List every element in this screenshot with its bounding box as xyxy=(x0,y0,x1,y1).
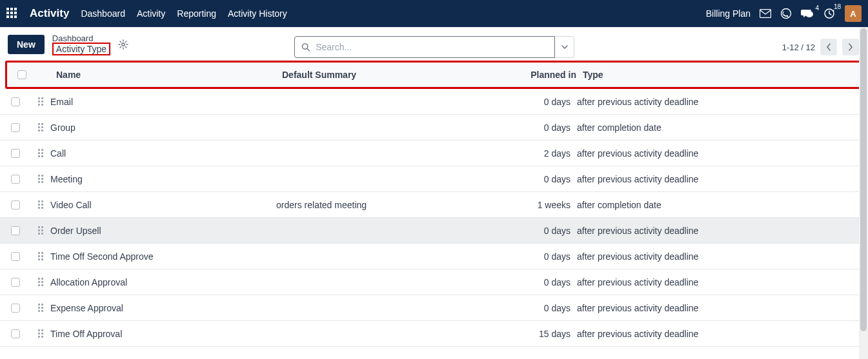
table-row[interactable]: Group 0 days after completion date xyxy=(0,115,868,141)
table-row[interactable]: Meeting 0 days after previous activity d… xyxy=(0,166,868,192)
drag-dots-icon xyxy=(38,304,43,312)
drag-handle[interactable] xyxy=(31,149,50,157)
table-row[interactable]: Order Upsell 0 days after previous activ… xyxy=(0,218,868,244)
apps-grid-icon[interactable] xyxy=(6,8,18,19)
drag-dots-icon xyxy=(38,200,43,209)
cell-type: after previous activity deadline xyxy=(577,277,863,287)
search-box[interactable] xyxy=(294,36,555,58)
billing-plan-link[interactable]: Billing Plan xyxy=(706,8,751,19)
breadcrumb-parent[interactable]: Dashboard xyxy=(52,34,110,43)
drag-dots-icon xyxy=(38,175,43,183)
table-row[interactable]: Call 2 days after previous activity dead… xyxy=(0,141,868,166)
cell-planned: 0 days xyxy=(476,303,577,313)
row-checkbox[interactable] xyxy=(11,97,20,106)
nav-link-activity-history[interactable]: Activity History xyxy=(228,8,287,19)
chat-icon[interactable]: 4 xyxy=(801,8,814,19)
nav-link-dashboard[interactable]: Dashboard xyxy=(81,8,125,19)
row-checkbox[interactable] xyxy=(11,329,20,338)
drag-dots-icon xyxy=(38,226,43,235)
pager-prev-button[interactable] xyxy=(820,39,837,55)
column-header-name[interactable]: Name xyxy=(56,70,282,80)
search-wrap xyxy=(294,36,574,58)
cell-planned: 1 weeks xyxy=(476,200,577,210)
mail-icon[interactable] xyxy=(760,9,771,18)
drag-handle[interactable] xyxy=(31,304,50,312)
cell-type: after previous activity deadline xyxy=(577,251,863,262)
gear-icon[interactable] xyxy=(118,39,128,50)
brand-title[interactable]: Activity xyxy=(30,7,69,20)
cell-planned: 0 days xyxy=(476,251,577,262)
pager-next-button[interactable] xyxy=(842,39,859,55)
search-dropdown-toggle[interactable] xyxy=(555,36,574,58)
cell-name: Meeting xyxy=(50,174,276,184)
drag-handle[interactable] xyxy=(31,329,50,338)
search-icon xyxy=(301,43,310,52)
row-checkbox-cell xyxy=(0,149,31,158)
cell-type: after previous activity deadline xyxy=(577,303,863,313)
row-checkbox[interactable] xyxy=(11,200,20,209)
row-checkbox-cell xyxy=(0,175,31,184)
cell-name: Video Call xyxy=(50,200,276,210)
row-checkbox-cell xyxy=(0,226,31,235)
vertical-scrollbar-thumb[interactable] xyxy=(860,28,867,331)
row-checkbox[interactable] xyxy=(11,226,20,235)
drag-handle[interactable] xyxy=(31,226,50,235)
nav-left: Activity Dashboard Activity Reporting Ac… xyxy=(6,7,287,20)
clock-refresh-icon[interactable]: 18 xyxy=(823,7,836,20)
column-header-type[interactable]: Type xyxy=(583,70,861,80)
cell-planned: 0 days xyxy=(476,97,577,107)
table-row[interactable]: Email 0 days after previous activity dea… xyxy=(0,89,868,115)
row-checkbox[interactable] xyxy=(11,175,20,184)
drag-handle[interactable] xyxy=(31,252,50,260)
top-navbar: Activity Dashboard Activity Reporting Ac… xyxy=(0,0,868,27)
drag-handle[interactable] xyxy=(31,278,50,286)
breadcrumb-current-highlight: Activity Type xyxy=(52,43,110,55)
select-all-checkbox[interactable] xyxy=(17,70,26,79)
drag-dots-icon xyxy=(38,123,43,131)
user-avatar[interactable]: A xyxy=(845,5,862,22)
drag-dots-icon xyxy=(38,278,43,286)
drag-dots-icon xyxy=(38,149,43,157)
cell-summary: orders related meeting xyxy=(276,200,476,210)
drag-handle[interactable] xyxy=(31,175,50,183)
chat-badge: 4 xyxy=(815,5,819,12)
svg-line-6 xyxy=(307,48,309,50)
cell-planned: 2 days xyxy=(476,148,577,159)
column-header-planned[interactable]: Planned in xyxy=(482,70,583,80)
row-checkbox[interactable] xyxy=(11,278,20,287)
avatar-letter: A xyxy=(850,9,856,19)
breadcrumb-current: Activity Type xyxy=(56,44,106,54)
search-input[interactable] xyxy=(316,42,548,52)
header-checkbox-cell xyxy=(7,70,37,79)
row-checkbox[interactable] xyxy=(11,149,20,158)
table-row[interactable]: Time Off Second Approve 0 days after pre… xyxy=(0,244,868,269)
table-row[interactable]: Time Off Approval 15 days after previous… xyxy=(0,321,868,347)
drag-handle[interactable] xyxy=(31,123,50,131)
whatsapp-icon[interactable] xyxy=(780,8,792,19)
cell-planned: 0 days xyxy=(476,122,577,133)
cell-planned: 0 days xyxy=(476,277,577,287)
drag-dots-icon xyxy=(38,97,43,106)
column-header-summary[interactable]: Default Summary xyxy=(282,70,482,80)
cell-name: Allocation Approval xyxy=(50,277,276,287)
table-row[interactable]: Allocation Approval 0 days after previou… xyxy=(0,269,868,295)
table-row[interactable]: Expense Approval 0 days after previous a… xyxy=(0,295,868,321)
table-row[interactable]: Video Call orders related meeting 1 week… xyxy=(0,192,868,218)
cell-name: Expense Approval xyxy=(50,303,276,313)
row-checkbox-cell xyxy=(0,200,31,209)
row-checkbox[interactable] xyxy=(11,123,20,132)
new-button[interactable]: New xyxy=(8,35,45,54)
drag-handle[interactable] xyxy=(31,97,50,106)
cell-name: Order Upsell xyxy=(50,226,276,236)
row-checkbox[interactable] xyxy=(11,304,20,313)
table-body: Email 0 days after previous activity dea… xyxy=(0,89,868,347)
nav-link-activity[interactable]: Activity xyxy=(137,8,165,19)
svg-point-4 xyxy=(122,43,125,46)
nav-link-reporting[interactable]: Reporting xyxy=(177,8,216,19)
cell-type: after previous activity deadline xyxy=(577,226,863,236)
row-checkbox[interactable] xyxy=(11,252,20,261)
drag-handle[interactable] xyxy=(31,200,50,209)
cell-type: after completion date xyxy=(577,122,863,133)
row-checkbox-cell xyxy=(0,278,31,287)
control-bar: New Dashboard Activity Type 1-12 / 12 xyxy=(0,27,868,61)
